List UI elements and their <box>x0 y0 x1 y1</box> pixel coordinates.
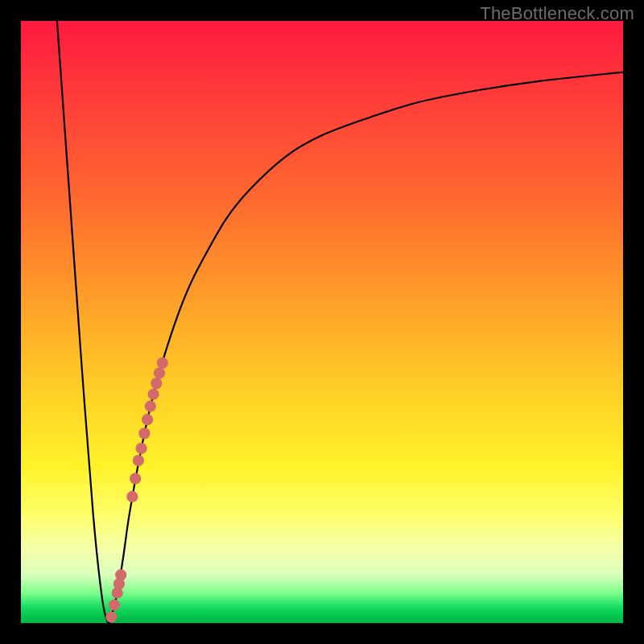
highlight-dot <box>109 599 120 610</box>
highlight-dot <box>154 367 165 378</box>
watermark-text: TheBottleneck.com <box>480 3 634 24</box>
highlight-dot <box>126 491 138 502</box>
highlight-dot <box>142 414 153 425</box>
highlight-dot <box>157 357 168 369</box>
highlight-dot <box>151 378 162 389</box>
highlight-dot <box>135 443 147 454</box>
chart-frame: TheBottleneck.com <box>0 0 644 644</box>
highlight-dot <box>130 473 141 484</box>
highlight-dot <box>133 455 144 466</box>
highlight-dot <box>147 389 159 400</box>
plot-area <box>21 21 623 623</box>
curve-layer <box>21 21 623 623</box>
highlight-dot <box>138 427 150 439</box>
bottleneck-curve <box>57 21 623 624</box>
highlight-dot <box>115 569 126 580</box>
curve-path <box>57 21 623 624</box>
highlight-dot <box>145 401 156 412</box>
highlight-dot <box>105 611 117 622</box>
highlight-dots <box>105 357 168 623</box>
